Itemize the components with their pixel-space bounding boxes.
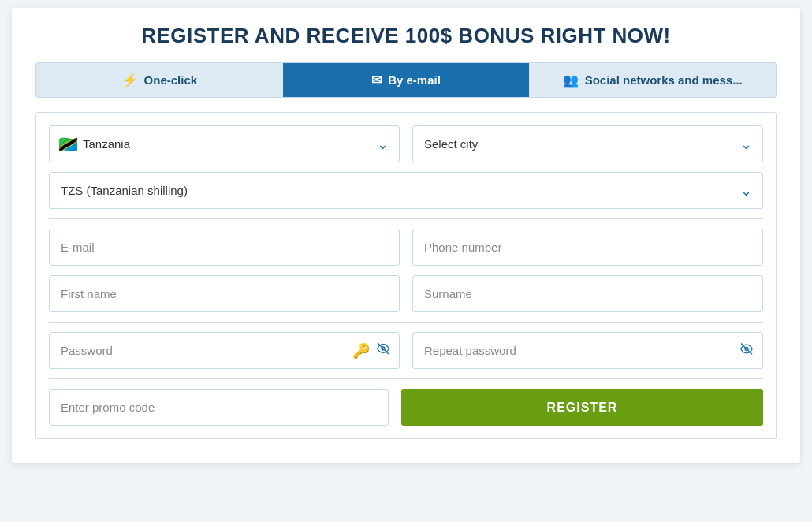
tab-one-click-label: One-click [144, 73, 198, 87]
tab-by-email[interactable]: ✉ By e-mail [283, 63, 530, 97]
promo-register-row: REGISTER [49, 389, 763, 426]
country-select[interactable]: Tanzania [49, 125, 400, 162]
country-select-wrapper: 🇹🇿 Tanzania ⌄ [49, 125, 400, 162]
email-field-wrapper [49, 229, 400, 266]
divider-2 [49, 322, 763, 323]
key-icon[interactable]: 🔑 [352, 342, 370, 360]
password-row: 🔑 [49, 332, 763, 369]
first-name-input[interactable] [49, 275, 400, 312]
email-input[interactable] [49, 229, 400, 266]
name-row [49, 275, 763, 312]
email-icon: ✉ [371, 73, 382, 88]
register-button[interactable]: REGISTER [401, 389, 763, 426]
repeat-password-field-wrapper [412, 332, 763, 369]
divider-1 [49, 218, 763, 219]
social-icon: 👥 [563, 73, 579, 88]
password-icons: 🔑 [352, 342, 392, 360]
tab-social-label: Social networks and mess... [585, 73, 743, 87]
repeat-password-input[interactable] [412, 332, 763, 369]
svg-line-3 [741, 343, 751, 353]
tab-by-email-label: By e-mail [388, 73, 441, 87]
repeat-eye-icon[interactable] [738, 342, 755, 359]
repeat-password-icons [738, 342, 755, 359]
tab-bar: ⚡ One-click ✉ By e-mail 👥 Social network… [35, 62, 777, 98]
surname-input[interactable] [412, 275, 763, 312]
promo-field-wrapper [49, 389, 389, 426]
city-select-wrapper: Select city ⌄ [412, 125, 763, 162]
password-field-wrapper: 🔑 [49, 332, 400, 369]
phone-field-wrapper [412, 229, 763, 266]
registration-form: REGISTER AND RECEIVE 100$ BONUS RIGHT NO… [12, 8, 800, 463]
lightning-icon: ⚡ [122, 73, 138, 88]
promo-input[interactable] [49, 389, 389, 426]
currency-select[interactable]: TZS (Tanzanian shilling) [49, 172, 763, 209]
svg-line-1 [378, 343, 388, 353]
tab-one-click[interactable]: ⚡ One-click [36, 63, 283, 97]
currency-select-wrapper: TZS (Tanzanian shilling) ⌄ [49, 172, 763, 209]
eye-icon[interactable] [374, 342, 392, 359]
form-body: 🇹🇿 Tanzania ⌄ Select city ⌄ TZS (Tanzani… [35, 112, 777, 439]
city-select[interactable]: Select city [412, 125, 763, 162]
divider-3 [49, 378, 763, 379]
password-input[interactable] [49, 332, 400, 369]
phone-input[interactable] [412, 229, 763, 266]
page-headline: REGISTER AND RECEIVE 100$ BONUS RIGHT NO… [35, 24, 777, 48]
email-phone-row [49, 229, 763, 266]
first-name-field-wrapper [49, 275, 400, 312]
currency-row: TZS (Tanzanian shilling) ⌄ [49, 172, 763, 209]
tab-social[interactable]: 👥 Social networks and mess... [529, 63, 776, 97]
surname-field-wrapper [412, 275, 763, 312]
location-row: 🇹🇿 Tanzania ⌄ Select city ⌄ [49, 125, 763, 162]
